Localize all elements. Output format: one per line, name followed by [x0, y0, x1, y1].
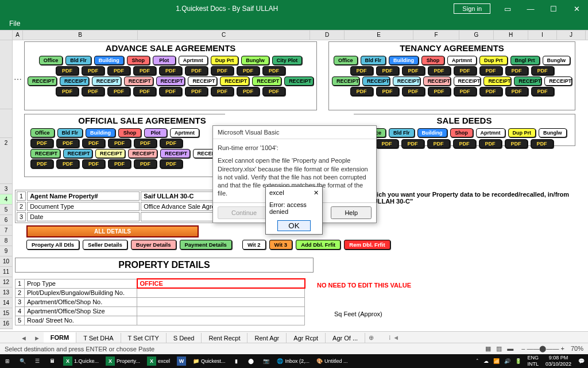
action-property-all-dtls[interactable]: Property All Dtls [26, 240, 79, 250]
advance-pdf2-1[interactable]: PDF [82, 87, 105, 96]
tenancy-pdf2-3[interactable]: PDF [428, 87, 451, 96]
official-btn-1[interactable]: Bld Flr [57, 128, 83, 137]
tenancy-pdf2-5[interactable]: PDF [479, 87, 502, 96]
tray-lang[interactable]: ENG [527, 355, 539, 361]
tray-time[interactable]: 9:08 PM [546, 355, 571, 361]
advance-receipt-8[interactable]: RECEIPT [284, 76, 314, 86]
tenancy-btn-7[interactable]: Bunglw [543, 56, 571, 65]
minimize-icon[interactable]: — [519, 0, 542, 17]
deed-btn-6[interactable]: Bunglw [539, 128, 567, 137]
tenancy-btn-3[interactable]: Shop [421, 56, 444, 65]
advance-btn-0[interactable]: Office [39, 56, 63, 65]
action-wit-3[interactable]: Wit 3 [269, 240, 293, 250]
calculator-icon[interactable]: 🖩 [45, 354, 60, 368]
tray-wifi-icon[interactable]: 📶 [493, 358, 500, 364]
all-details-button[interactable]: ALL DETAILS [26, 225, 199, 237]
tray-up-icon[interactable]: ˄ [476, 358, 479, 364]
deed-btn-3[interactable]: Shop [450, 128, 473, 137]
advance-receipt-4[interactable]: RECEIPT [156, 76, 185, 86]
tenancy-receipt-5[interactable]: RECEIPT [483, 76, 511, 86]
close-icon[interactable]: ✕ [565, 0, 588, 17]
tenancy-pdf2-4[interactable]: PDF [454, 87, 477, 96]
deed-pdf-0[interactable]: PDF [376, 139, 399, 148]
tenancy-receipt-4[interactable]: RECEIPT [454, 76, 481, 86]
advance-receipt-7[interactable]: RECEIPT [252, 76, 281, 86]
tenancy-receipt-3[interactable]: RECEIPT [423, 76, 451, 86]
task-paint[interactable]: 🎨Untitled ... [313, 354, 351, 368]
advance-btn-7[interactable]: Bunglw [241, 56, 269, 65]
official-pdf-1[interactable]: PDF [56, 139, 79, 148]
task-excel1[interactable]: X1.Quicke... [60, 354, 102, 368]
task-excel2[interactable]: XProperty... [102, 354, 144, 368]
tab-tset-city[interactable]: T Set CITY [121, 333, 167, 343]
tab-tset-dha[interactable]: T Set DHA [76, 333, 121, 343]
official-receipt-0[interactable]: RECEIPT [30, 149, 60, 158]
tab-prev-icon[interactable]: ◄ [17, 335, 30, 342]
deed-pdf-2[interactable]: PDF [427, 139, 450, 148]
tenancy-pdf2-7[interactable]: PDF [531, 87, 554, 96]
action-payment-details[interactable]: Payment Details [180, 240, 232, 250]
taskview-icon[interactable]: ☰ [30, 354, 45, 368]
official-receipt-4[interactable]: RECEIPT [160, 149, 190, 158]
tray-notifications-icon[interactable]: 💬 [578, 358, 585, 364]
tab-rent-recpt[interactable]: Rent Recpt [202, 333, 247, 343]
advance-pdf2-3[interactable]: PDF [133, 87, 156, 96]
tenancy-pdf-7[interactable]: PDF [531, 66, 554, 75]
tenancy-pdf-4[interactable]: PDF [454, 66, 477, 75]
tenancy-receipt-1[interactable]: RECEIPT [362, 76, 390, 86]
advance-pdf-4[interactable]: PDF [159, 66, 182, 75]
tenancy-pdf-2[interactable]: PDF [402, 66, 425, 75]
advance-btn-1[interactable]: Bld Flr [65, 56, 91, 65]
advance-receipt-3[interactable]: RECEIPT [124, 76, 153, 86]
tenancy-pdf-1[interactable]: PDF [376, 66, 399, 75]
tenancy-btn-6[interactable]: Bngl Prt [510, 56, 540, 65]
official-btn-2[interactable]: Building [86, 128, 115, 137]
deed-pdf-4[interactable]: PDF [479, 139, 502, 148]
advance-receipt-2[interactable]: RECEIPT [92, 76, 121, 86]
search-icon[interactable]: 🔍 [15, 354, 30, 368]
advance-pdf2-6[interactable]: PDF [211, 87, 234, 96]
add-sheet-icon[interactable]: ⊕ [365, 334, 377, 342]
advance-pdf2-8[interactable]: PDF [262, 87, 285, 96]
task-explorer[interactable]: 📁Quickest... [189, 354, 229, 368]
official-receipt-2[interactable]: RECEIPT [95, 149, 125, 158]
official-btn-3[interactable]: Shop [118, 128, 141, 137]
tenancy-pdf2-2[interactable]: PDF [402, 87, 425, 96]
tenancy-btn-4[interactable]: Aprtmnt [447, 56, 477, 65]
official-receipt-1[interactable]: RECEIPT [63, 149, 93, 158]
deed-pdf-3[interactable]: PDF [453, 139, 476, 148]
task-excel3[interactable]: Xexcel [144, 354, 173, 368]
advance-pdf-1[interactable]: PDF [82, 66, 105, 75]
advance-pdf2-4[interactable]: PDF [159, 87, 182, 96]
deed-btn-2[interactable]: Building [417, 128, 447, 137]
official-btn-0[interactable]: Office [30, 128, 55, 137]
official-pdf2-0[interactable]: PDF [30, 159, 53, 168]
ribbon-options-icon[interactable]: ▭ [496, 0, 519, 17]
tenancy-btn-0[interactable]: Office [334, 56, 358, 65]
task-app1[interactable]: ▮ [229, 354, 243, 368]
tab-sdeed[interactable]: S Deed [167, 333, 202, 343]
official-pdf2-1[interactable]: PDF [56, 159, 79, 168]
official-pdf2-4[interactable]: PDF [134, 159, 157, 168]
tray-battery-icon[interactable]: 🔋 [515, 358, 521, 364]
tab-next-icon[interactable]: ► [30, 335, 44, 342]
tenancy-pdf-5[interactable]: PDF [479, 66, 502, 75]
tray-cloud-icon[interactable]: ☁ [483, 358, 489, 364]
advance-pdf2-7[interactable]: PDF [237, 87, 260, 96]
advance-receipt-6[interactable]: RECEIPT [220, 76, 249, 86]
collapse-icon[interactable]: ⋯ [14, 75, 22, 84]
deed-btn-4[interactable]: Aprtmnt [476, 128, 505, 137]
tab-agr-rcpt[interactable]: Agr Rcpt [287, 333, 326, 343]
advance-pdf-7[interactable]: PDF [237, 66, 260, 75]
advance-pdf2-0[interactable]: PDF [56, 87, 79, 96]
official-pdf-0[interactable]: PDF [30, 139, 53, 148]
task-word[interactable]: W [173, 354, 189, 368]
file-menu[interactable]: File [9, 20, 20, 28]
official-pdf-4[interactable]: PDF [134, 139, 157, 148]
official-pdf-3[interactable]: PDF [108, 139, 131, 148]
advance-pdf-8[interactable]: PDF [262, 66, 285, 75]
tenancy-receipt-7[interactable]: RECEIPT [544, 76, 572, 86]
tab-agr-of[interactable]: Agr Of ... [326, 333, 365, 343]
action-rem-dbl-frfit[interactable]: Rem Dbl. Frfit [344, 240, 390, 250]
tenancy-btn-2[interactable]: Building [389, 56, 419, 65]
